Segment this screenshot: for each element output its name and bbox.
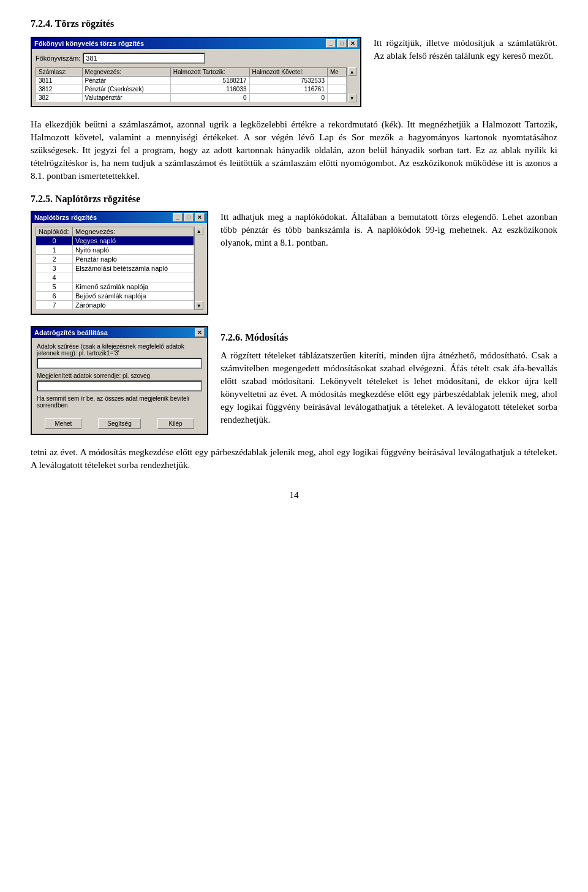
maximize-button-2[interactable]: □ — [184, 213, 194, 222]
naplotor-row[interactable]: 1 Nyitó napló — [36, 246, 194, 255]
col-kovetel: Halmozott Követel: — [249, 68, 327, 77]
note-text: Ha semmit sem ír be, az összes adat megj… — [37, 395, 202, 409]
cell-nev: Nyitó napló — [73, 246, 194, 255]
text-726-content: A rögzített tételeket táblázatszerűen ki… — [221, 349, 557, 426]
fokonyviszam-row: Főkönyviszám: — [36, 53, 356, 64]
naplotor-row[interactable]: 2 Pénztár napló — [36, 255, 194, 264]
table-row[interactable]: 382 Valutapénztár 0 0 — [36, 94, 347, 102]
cell-megnevezes: Pénztár — [82, 77, 170, 85]
naplotor-row[interactable]: 3 Elszámolási betétszámla napló — [36, 264, 194, 273]
cell-szamlasz: 3811 — [36, 77, 83, 85]
sort-label: Megjelenített adatok sorrendje: pl. szov… — [37, 372, 202, 379]
cell-kod: 6 — [36, 292, 73, 301]
cell-kovetel: 7532533 — [249, 77, 327, 85]
intro-text-724: Itt rög­zítjük, illetve módosít­juk a sz… — [374, 37, 557, 62]
dialog3-titlebar: Adatrögzítés beállítása ✕ — [32, 327, 207, 338]
dialog3-container: Adatrögzítés beállítása ✕ Adatok szűrése… — [31, 326, 208, 435]
col-szamlasz: Számlasz: — [36, 68, 83, 77]
cell-kod: 5 — [36, 282, 73, 292]
kilep-button[interactable]: Kilép — [157, 418, 194, 429]
naplotor-row[interactable]: 6 Bejövő számlák naplója — [36, 292, 194, 301]
col-megnevezes: Megnevezés: — [82, 68, 170, 77]
close-button-3[interactable]: ✕ — [195, 328, 205, 337]
scroll-track — [348, 76, 356, 94]
cell-nev: Zárónapló — [73, 301, 194, 310]
sort-input[interactable] — [37, 380, 202, 391]
section-726-layout: Adatrögzítés beállítása ✕ Adatok szűrése… — [31, 326, 557, 435]
section-heading-726: 7.2.6. Módosítás — [221, 332, 557, 343]
cell-me — [328, 94, 347, 102]
cell-nev: Vegyes napló — [73, 236, 194, 246]
fokonyviszam-label: Főkönyviszám: — [36, 55, 80, 62]
dialog1-table: Számlasz: Megnevezés: Halmozott Tartozik… — [36, 67, 347, 102]
section-heading-724: 7.2.4. Törzs rögzítés — [31, 18, 557, 29]
cell-nev: Elszámolási betétszámla napló — [73, 264, 194, 273]
cell-nev: Bejövő számlák naplója — [73, 292, 194, 301]
dialog1-title: Főkönyvi könyvelés törzs rögzítés — [34, 40, 144, 47]
dialog3-content: Adatok szűrése (csak a kifejezésnek megf… — [32, 338, 207, 434]
cell-tartozik: 116033 — [170, 85, 249, 94]
scroll-track-2 — [195, 235, 203, 301]
table-row[interactable]: 3812 Pénztár (Cserkészek) 116033 116761 — [36, 85, 347, 94]
segitseg-button[interactable]: Segítség — [98, 418, 140, 429]
dialog1-table-wrapper: Számlasz: Megnevezés: Halmozott Tartozik… — [36, 67, 356, 102]
cell-kovetel: 0 — [249, 94, 327, 102]
cell-kod: 1 — [36, 246, 73, 255]
intro-text-content: Itt rög­zítjük, illetve módosít­juk a sz… — [374, 38, 557, 61]
minimize-button-2[interactable]: _ — [173, 213, 183, 222]
cell-szamlasz: 382 — [36, 94, 83, 102]
scrollbar2[interactable]: ▲ ▼ — [194, 227, 203, 310]
naplotor-table: Naplókód: Megnevezés: 0 Vegyes napló 1 — [36, 227, 194, 310]
dialog1-container: Főkönyvi könyvelés törzs rögzítés _ □ ✕ … — [31, 37, 361, 107]
dialog3-window-buttons: ✕ — [195, 328, 205, 337]
cell-tartozik: 5188217 — [170, 77, 249, 85]
dialog1-window-buttons: _ □ ✕ — [326, 39, 358, 48]
minimize-button[interactable]: _ — [326, 39, 336, 48]
scroll-down-arrow[interactable]: ▼ — [348, 94, 356, 102]
scroll-down-arrow-2[interactable]: ▼ — [195, 301, 203, 310]
continuation-text: tetni az évet. A módosítás megkezdése el… — [31, 446, 557, 472]
cell-nev — [73, 273, 194, 282]
dialog2-title: Naplótörzs rögzítés — [34, 214, 97, 221]
dialog2-content: Naplókód: Megnevezés: 0 Vegyes napló 1 — [32, 223, 207, 314]
col-tartozik: Halmozott Tartozik: — [170, 68, 249, 77]
body-text-724: Ha elkezdjük beütni a számlaszámot, azon… — [31, 118, 557, 183]
cell-tartozik: 0 — [170, 94, 249, 102]
scroll-up-arrow-2[interactable]: ▲ — [195, 227, 203, 235]
fokonyviszam-input[interactable] — [83, 53, 205, 64]
dialog1-titlebar: Főkönyvi könyvelés törzs rögzítés _ □ ✕ — [32, 38, 360, 49]
dialog1-content: Főkönyviszám: Számlasz: Megnevezés: Halm… — [32, 49, 360, 106]
close-button[interactable]: ✕ — [348, 39, 358, 48]
col-naplokod: Naplókód: — [36, 227, 73, 236]
dialog2-container: Naplótörzs rögzítés _ □ ✕ Naplókód: Megn… — [31, 211, 208, 315]
cell-me — [328, 77, 347, 85]
page-number: 14 — [31, 490, 557, 501]
cell-kod: 3 — [36, 264, 73, 273]
adatrogzites-dialog: Adatrögzítés beállítása ✕ Adatok szűrése… — [31, 326, 208, 435]
cell-megnevezes: Valutapénztár — [82, 94, 170, 102]
cell-kod: 4 — [36, 273, 73, 282]
close-button-2[interactable]: ✕ — [195, 213, 205, 222]
section-726-content: 7.2.6. Módosítás A rögzített tételeket t… — [221, 326, 557, 426]
naplotor-row[interactable]: 5 Kimenő számlák naplója — [36, 282, 194, 292]
scrollbar[interactable]: ▲ ▼ — [347, 67, 356, 102]
filter-label: Adatok szűrése (csak a kifejezésnek megf… — [37, 343, 202, 357]
mehet-button[interactable]: Mehet — [45, 418, 81, 429]
naplotor-row[interactable]: 4 — [36, 273, 194, 282]
naplotor-row[interactable]: 7 Zárónapló — [36, 301, 194, 310]
dialog3-title: Adatrögzítés beállítása — [34, 329, 108, 336]
filter-input[interactable] — [37, 358, 202, 369]
dialog2-titlebar: Naplótörzs rögzítés _ □ ✕ — [32, 212, 207, 223]
right-text-725: Itt adhatjuk meg a naplókódokat. Általáb… — [221, 211, 557, 249]
naplotor-row[interactable]: 0 Vegyes napló — [36, 236, 194, 246]
section-heading-725: 7.2.5. Naplótörzs rögzítése — [31, 194, 557, 205]
filter-section: Adatok szűrése (csak a kifejezésnek megf… — [37, 343, 202, 369]
table-row[interactable]: 3811 Pénztár 5188217 7532533 — [36, 77, 347, 85]
cell-kovetel: 116761 — [249, 85, 327, 94]
scroll-up-arrow[interactable]: ▲ — [348, 67, 356, 76]
section-724: 7.2.4. Törzs rögzítés Főkönyvi könyvelés… — [31, 18, 557, 183]
fokonyvielés-dialog: Főkönyvi könyvelés törzs rögzítés _ □ ✕ … — [31, 37, 361, 107]
cell-kod: 0 — [36, 236, 73, 246]
maximize-button[interactable]: □ — [337, 39, 347, 48]
col-me: Me — [328, 68, 347, 77]
